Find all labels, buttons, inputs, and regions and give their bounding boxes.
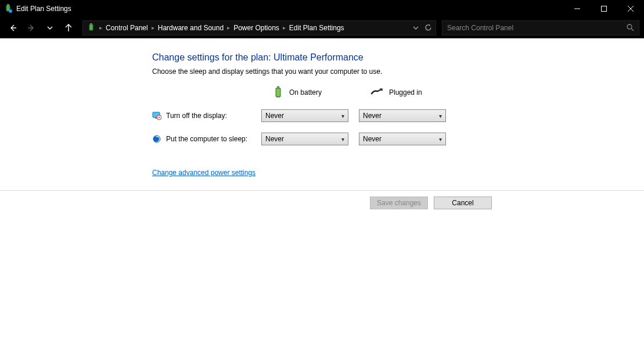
- sleep-plugged-dropdown[interactable]: Never ▾: [359, 133, 446, 145]
- refresh-button[interactable]: [424, 24, 432, 31]
- display-icon: [152, 111, 161, 120]
- row-label-display: Turn off the display:: [152, 111, 257, 120]
- close-button[interactable]: [617, 0, 644, 17]
- nav-up-button[interactable]: [60, 20, 77, 36]
- chevron-right-icon: ▸: [99, 24, 102, 31]
- maximize-icon: [601, 6, 607, 12]
- chevron-right-icon: ▸: [152, 24, 154, 31]
- search-icon: [627, 24, 634, 31]
- breadcrumb-item[interactable]: Hardware and Sound: [158, 24, 224, 32]
- display-battery-value: Never: [265, 112, 284, 120]
- search-box[interactable]: [442, 20, 639, 35]
- title-bar: Edit Plan Settings: [0, 0, 644, 17]
- svg-rect-13: [276, 89, 280, 96]
- chevron-down-icon: ▾: [341, 113, 344, 119]
- arrow-right-icon: [27, 24, 35, 32]
- save-button[interactable]: Save changes: [370, 197, 428, 209]
- window-title: Edit Plan Settings: [16, 5, 71, 13]
- footer: Save changes Cancel: [0, 190, 644, 209]
- svg-rect-4: [602, 6, 607, 12]
- svg-point-2: [9, 9, 12, 13]
- maximize-button[interactable]: [591, 0, 617, 17]
- nav-bar: ▸ Control Panel ▸ Hardware and Sound ▸ P…: [0, 17, 644, 38]
- control-panel-icon: [87, 23, 96, 33]
- sleep-battery-dropdown[interactable]: Never ▾: [261, 133, 348, 145]
- chevron-down-icon: [413, 25, 419, 31]
- cancel-button[interactable]: Cancel: [434, 197, 492, 209]
- sleep-plugged-value: Never: [363, 135, 382, 143]
- svg-rect-7: [89, 24, 93, 30]
- display-plugged-value: Never: [363, 112, 382, 120]
- advanced-settings-link[interactable]: Change advanced power settings: [152, 169, 256, 177]
- breadcrumb-item[interactable]: Edit Plan Settings: [289, 24, 344, 32]
- arrow-left-icon: [9, 24, 17, 32]
- chevron-down-icon: ▾: [341, 136, 344, 142]
- battery-icon: [273, 86, 283, 99]
- chevron-down-icon: ▾: [439, 113, 442, 119]
- nav-back-button[interactable]: [5, 20, 21, 36]
- chevron-down-icon: ▾: [439, 136, 442, 142]
- window-controls: [564, 0, 644, 17]
- row-label-sleep: Put the computer to sleep:: [152, 134, 257, 144]
- display-plugged-dropdown[interactable]: Never ▾: [359, 109, 446, 122]
- breadcrumb-item[interactable]: Power Options: [233, 24, 279, 32]
- display-battery-dropdown[interactable]: Never ▾: [261, 109, 348, 122]
- column-header-plugged: Plugged in: [359, 88, 452, 97]
- svg-point-9: [627, 24, 632, 29]
- address-dropdown-button[interactable]: [413, 25, 419, 31]
- svg-line-10: [631, 28, 634, 31]
- svg-rect-1: [7, 4, 9, 5]
- breadcrumb-item[interactable]: Control Panel: [106, 24, 148, 32]
- column-header-battery: On battery: [261, 86, 354, 99]
- plug-icon: [370, 88, 383, 97]
- chevron-down-icon: [47, 25, 53, 31]
- app-icon: [3, 4, 13, 13]
- svg-rect-14: [380, 88, 383, 91]
- svg-rect-12: [277, 86, 279, 88]
- chevron-right-icon: ▸: [227, 24, 230, 31]
- nav-recent-button[interactable]: [42, 20, 58, 36]
- content-area: Change settings for the plan: Ultimate P…: [0, 38, 644, 177]
- sleep-icon: [152, 134, 161, 144]
- address-bar[interactable]: ▸ Control Panel ▸ Hardware and Sound ▸ P…: [82, 20, 436, 35]
- chevron-right-icon: ▸: [283, 24, 286, 31]
- sleep-battery-value: Never: [265, 135, 284, 143]
- column-header-plugged-label: Plugged in: [389, 88, 422, 97]
- nav-forward-button[interactable]: [23, 20, 39, 36]
- settings-grid: On battery Plugged in Turn off the displ…: [152, 86, 644, 145]
- row-label-sleep-text: Put the computer to sleep:: [166, 135, 247, 143]
- arrow-up-icon: [64, 24, 73, 32]
- minimize-icon: [574, 6, 580, 12]
- page-heading: Change settings for the plan: Ultimate P…: [152, 52, 644, 63]
- page-subtitle: Choose the sleep and display settings th…: [152, 67, 644, 76]
- column-header-battery-label: On battery: [289, 88, 322, 97]
- close-icon: [628, 6, 634, 12]
- svg-rect-8: [90, 23, 92, 24]
- row-label-display-text: Turn off the display:: [166, 112, 227, 120]
- refresh-icon: [424, 24, 432, 31]
- search-input[interactable]: [447, 24, 627, 32]
- minimize-button[interactable]: [564, 0, 591, 17]
